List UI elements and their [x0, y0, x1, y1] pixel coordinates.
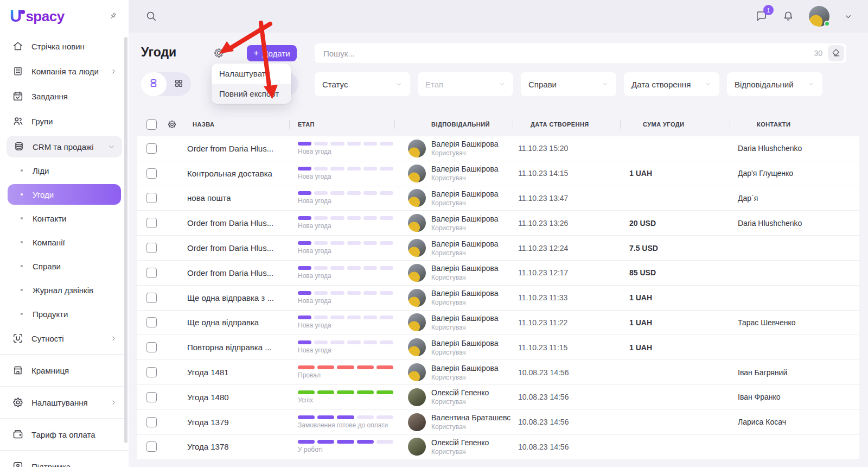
- deal-name[interactable]: Order from Daria Hlus...: [187, 268, 273, 277]
- deal-name[interactable]: нова пошта: [187, 193, 231, 203]
- responsible-avatar[interactable]: [408, 438, 426, 456]
- deal-name[interactable]: Контрольная доставка: [187, 169, 272, 178]
- table-row[interactable]: Угода 1481 Провал Валерія Башкірова Кори…: [137, 359, 859, 384]
- filter-select-2[interactable]: Справи: [521, 72, 616, 96]
- column-header-0[interactable]: НАЗВА: [137, 113, 289, 136]
- table-row[interactable]: Order from Daria Hlus... Нова угода Вале…: [137, 235, 859, 260]
- deal-name[interactable]: Повторна відправка ...: [187, 343, 272, 352]
- responsible-avatar[interactable]: [408, 264, 426, 282]
- deal-name[interactable]: Order from Daria Hlus...: [187, 218, 273, 228]
- responsible-name[interactable]: Валерія Башкірова: [431, 140, 499, 148]
- deal-name[interactable]: Угода 1481: [187, 368, 229, 377]
- row-checkbox[interactable]: [146, 342, 157, 352]
- columns-gear-icon[interactable]: [167, 119, 177, 129]
- row-checkbox[interactable]: [146, 293, 157, 303]
- filter-select-3[interactable]: Дата створення: [624, 72, 719, 96]
- sidebar-item-companies[interactable]: Компанії: [0, 230, 129, 254]
- filter-select-0[interactable]: Статус: [315, 72, 410, 96]
- pin-icon[interactable]: [108, 11, 118, 21]
- responsible-avatar[interactable]: [408, 140, 426, 157]
- sidebar-item-tasks[interactable]: Завдання: [0, 84, 129, 109]
- table-row[interactable]: Order from Daria Hlus... Нова угода Вале…: [137, 210, 859, 235]
- select-all-checkbox[interactable]: [146, 119, 157, 130]
- chevron-down-icon[interactable]: [844, 12, 853, 21]
- responsible-name[interactable]: Олексій Гепенко: [431, 388, 489, 397]
- table-row[interactable]: Угода 1480 Успіх Олексій Гепенко Користу…: [137, 384, 859, 409]
- responsible-name[interactable]: Валерія Башкірова: [431, 239, 499, 248]
- deal-name[interactable]: Order from Daria Hlus...: [187, 243, 273, 253]
- deal-contact[interactable]: Daria Hlushchenko: [730, 144, 802, 153]
- sidebar-item-activities[interactable]: Справи: [0, 254, 129, 278]
- responsible-name[interactable]: Валерія Башкірова: [431, 165, 499, 173]
- row-checkbox[interactable]: [146, 367, 157, 377]
- deal-contact[interactable]: Daria Hlushchenko: [730, 219, 802, 228]
- deal-contact[interactable]: Лариса Косач: [730, 418, 786, 426]
- sidebar-item-company-people[interactable]: Компанія та люди: [0, 59, 129, 84]
- responsible-name[interactable]: Валерія Башкірова: [431, 364, 499, 373]
- responsible-avatar[interactable]: [408, 388, 426, 406]
- table-row[interactable]: нова пошта Нова угода Валерія Башкірова …: [137, 186, 859, 211]
- responsible-name[interactable]: Валентина Браташевс: [431, 413, 510, 422]
- search-icon[interactable]: [145, 10, 157, 22]
- responsible-avatar[interactable]: [408, 338, 426, 356]
- sidebar-item-support[interactable]: Підтримка: [0, 454, 129, 467]
- grid-view-button[interactable]: [167, 72, 191, 96]
- responsible-avatar[interactable]: [408, 189, 426, 207]
- deal-name[interactable]: Ще одна відправка: [187, 318, 259, 327]
- notifications-icon[interactable]: [782, 10, 795, 23]
- responsible-name[interactable]: Олексій Гепенко: [431, 438, 489, 447]
- deal-name[interactable]: Order from Daria Hlus...: [187, 144, 273, 153]
- sidebar-item-products[interactable]: Продукти: [0, 302, 129, 326]
- sidebar-item-leads[interactable]: Ліди: [0, 159, 129, 182]
- column-header-5[interactable]: КОНТАКТИ: [730, 113, 859, 136]
- row-checkbox[interactable]: [146, 392, 157, 402]
- table-row[interactable]: Ще одна відправка з ... Нова угода Валер…: [137, 285, 859, 310]
- responsible-name[interactable]: Валерія Башкірова: [431, 314, 499, 323]
- deal-contact[interactable]: Тарас Шевченко: [730, 318, 795, 327]
- row-checkbox[interactable]: [146, 243, 157, 253]
- table-row[interactable]: Контрольная доставка Нова угода Валерія …: [137, 161, 859, 186]
- sidebar-item-groups[interactable]: Групи: [0, 109, 129, 134]
- row-checkbox[interactable]: [146, 168, 157, 179]
- filter-select-4[interactable]: Відповідальний: [727, 72, 822, 96]
- row-checkbox[interactable]: [146, 317, 157, 327]
- sidebar-item-call-log[interactable]: Журнал дзвінків: [0, 278, 129, 302]
- add-button[interactable]: + Додати: [247, 45, 297, 61]
- table-row[interactable]: Угода 1379 Замовлення готове до оплати В…: [137, 409, 859, 434]
- user-avatar[interactable]: [809, 6, 829, 27]
- responsible-name[interactable]: Валерія Башкірова: [431, 190, 499, 198]
- list-view-button[interactable]: [141, 72, 167, 96]
- deal-contact[interactable]: Дар'я Глущенко: [730, 169, 793, 178]
- responsible-name[interactable]: Валерія Башкірова: [431, 214, 499, 223]
- table-row[interactable]: Ще одна відправка Нова угода Валерія Баш…: [137, 310, 859, 335]
- table-row[interactable]: Order from Daria Hlus... Нова угода Вале…: [137, 136, 859, 161]
- column-header-1[interactable]: ЕТАП: [289, 113, 394, 136]
- row-checkbox[interactable]: [146, 218, 157, 228]
- responsible-name[interactable]: Валерія Башкірова: [431, 264, 499, 273]
- uspacy-logo[interactable]: U spacy: [10, 8, 65, 24]
- sidebar-item-contacts[interactable]: Контакти: [0, 206, 129, 230]
- row-checkbox[interactable]: [146, 441, 157, 452]
- responsible-avatar[interactable]: [408, 214, 426, 232]
- responsible-name[interactable]: Валерія Башкірова: [431, 339, 499, 348]
- deal-name[interactable]: Угода 1480: [187, 393, 229, 402]
- responsible-avatar[interactable]: [408, 289, 426, 307]
- responsible-name[interactable]: Валерія Башкірова: [431, 289, 499, 298]
- deal-name[interactable]: Угода 1378: [187, 442, 229, 451]
- column-header-2[interactable]: ВІДПОВІДАЛЬНИЙ: [394, 113, 513, 136]
- deal-contact[interactable]: Іван Франко: [730, 393, 781, 401]
- sidebar-item-deals[interactable]: Угоди: [8, 184, 121, 205]
- responsible-avatar[interactable]: [408, 413, 426, 431]
- sidebar-item-tariff[interactable]: Тариф та оплата: [0, 422, 129, 447]
- responsible-avatar[interactable]: [408, 313, 426, 331]
- clear-search-button[interactable]: [828, 45, 844, 61]
- page-settings-gear-icon[interactable]: [213, 47, 225, 59]
- chat-icon[interactable]: 1: [755, 10, 768, 23]
- table-row[interactable]: Угода 1378 У роботі Олексій Гепенко Кори…: [137, 434, 859, 459]
- sidebar-item-news-feed[interactable]: Стрічка новин: [0, 34, 129, 59]
- menu-item-1[interactable]: Повний експорт: [212, 84, 291, 104]
- menu-item-0[interactable]: Налаштувати: [212, 64, 291, 84]
- filter-select-1[interactable]: Етап: [418, 72, 513, 96]
- row-checkbox[interactable]: [146, 193, 157, 203]
- deal-contact[interactable]: Дар`я: [730, 194, 758, 203]
